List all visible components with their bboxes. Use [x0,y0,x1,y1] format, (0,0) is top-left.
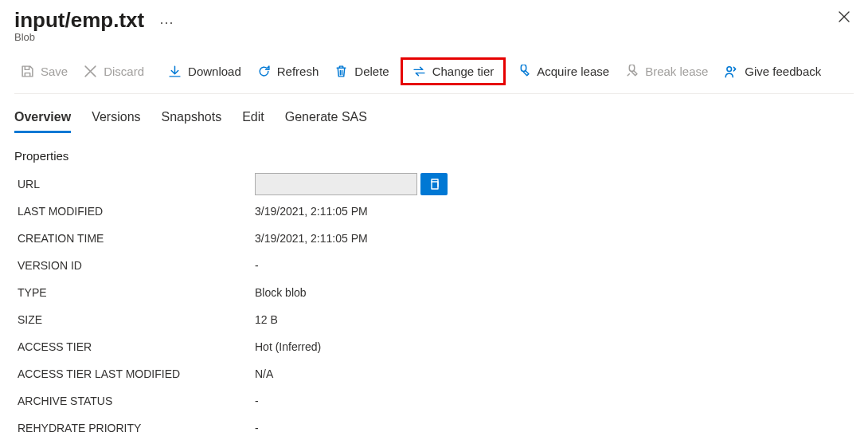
download-label: Download [188,65,241,78]
section-properties-title: Properties [14,149,854,163]
more-actions-icon[interactable]: ⋯ [159,14,174,30]
acquire-lease-label: Acquire lease [537,65,609,78]
save-icon [21,65,34,78]
prop-value: 3/19/2021, 2:11:05 PM [255,232,368,245]
delete-label: Delete [354,65,389,78]
prop-value: Hot (Inferred) [255,340,321,353]
acquire-lease-button[interactable]: Acquire lease [510,61,616,81]
prop-label: CREATION TIME [18,232,255,245]
break-lease-icon [625,65,639,78]
change-tier-button[interactable]: Change tier [406,61,501,81]
prop-value: 3/19/2021, 2:11:05 PM [255,205,368,218]
prop-label: SIZE [18,313,255,326]
copy-url-button[interactable] [420,173,448,195]
discard-icon [84,65,97,78]
refresh-label: Refresh [277,65,319,78]
delete-icon [334,65,348,78]
delete-button[interactable]: Delete [328,61,395,81]
svg-rect-1 [432,182,438,189]
acquire-lease-icon [517,65,530,78]
svg-point-0 [727,66,732,71]
break-lease-button: Break lease [619,61,714,81]
discard-button: Discard [77,61,151,81]
prop-value: - [255,422,259,434]
prop-label: TYPE [18,286,255,299]
tab-edit[interactable]: Edit [242,108,264,133]
highlight-change-tier: Change tier [401,57,506,85]
prop-label: LAST MODIFIED [18,205,255,218]
break-lease-label: Break lease [645,65,708,78]
tab-bar: Overview Versions Snapshots Edit Generat… [14,108,854,133]
prop-label: ACCESS TIER [18,340,255,353]
save-button: Save [14,61,74,81]
change-tier-icon [412,65,426,78]
give-feedback-label: Give feedback [745,65,821,78]
prop-value: - [255,259,259,272]
close-icon[interactable] [835,8,854,27]
prop-label: ACCESS TIER LAST MODIFIED [18,367,255,380]
tab-generate-sas[interactable]: Generate SAS [285,108,367,133]
copy-icon [428,178,440,191]
prop-value: - [255,395,259,407]
prop-label: VERSION ID [18,259,255,272]
toolbar: Save Discard Download Refresh Delete Cha… [14,57,854,94]
save-label: Save [41,65,68,78]
discard-label: Discard [104,65,144,78]
prop-label-url: URL [18,178,255,191]
refresh-button[interactable]: Refresh [251,61,326,81]
tab-versions[interactable]: Versions [92,108,140,133]
give-feedback-button[interactable]: Give feedback [717,61,827,82]
prop-label: ARCHIVE STATUS [18,395,255,407]
refresh-icon [257,65,271,78]
prop-value: 12 B [255,313,278,326]
change-tier-label: Change tier [432,65,495,78]
properties-grid: URL LAST MODIFIED3/19/2021, 2:11:05 PM C… [18,171,854,440]
prop-label: REHYDRATE PRIORITY [18,422,255,434]
prop-value: Block blob [255,286,307,299]
prop-value: N/A [255,367,273,380]
download-button[interactable]: Download [162,61,248,81]
page-title: input/emp.txt [14,8,144,32]
url-input[interactable] [255,173,417,195]
tab-snapshots[interactable]: Snapshots [162,108,222,133]
tab-overview[interactable]: Overview [14,108,71,133]
feedback-icon [724,65,738,79]
page-subtitle: Blob [14,31,854,43]
download-icon [168,65,182,78]
